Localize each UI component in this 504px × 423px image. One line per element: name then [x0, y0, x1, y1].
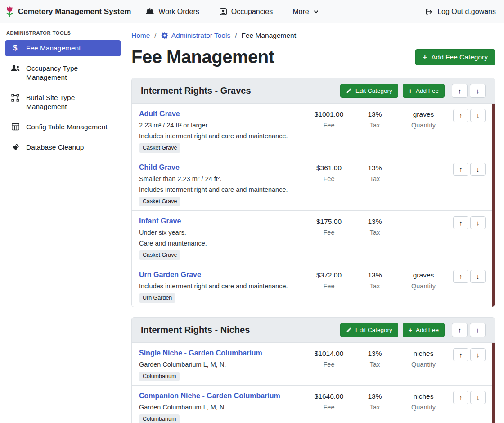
- move-category-up-button[interactable]: ↑: [452, 323, 468, 337]
- pencil-icon: [346, 88, 352, 94]
- edit-category-label: Edit Category: [356, 87, 392, 94]
- scrollbar-thumb[interactable]: [492, 343, 495, 423]
- move-category-down-button[interactable]: ↓: [470, 84, 486, 98]
- fee-category-card: Interment Rights - Graves Edit Category …: [131, 78, 495, 307]
- move-fee-down-button[interactable]: ↓: [470, 109, 486, 122]
- fee-amount-value: $175.00: [306, 217, 351, 227]
- fee-reorder-group: ↑ ↓: [449, 391, 490, 404]
- move-fee-up-button[interactable]: ↑: [453, 109, 468, 122]
- sidebar-item-label: Burial Site Type Management: [26, 93, 116, 111]
- fee-name-link[interactable]: Infant Grave: [139, 216, 181, 226]
- sidebar-heading: ADMINISTRATOR TOOLS: [5, 29, 121, 40]
- arrow-down-icon: ↓: [476, 219, 480, 227]
- arrow-down-icon: ↓: [476, 273, 480, 280]
- move-fee-up-button[interactable]: ↑: [453, 163, 468, 176]
- nav-occupancies[interactable]: Occupancies: [219, 8, 273, 16]
- fee-main: Infant Grave Under six years.Care and ma…: [139, 216, 306, 260]
- move-fee-down-button[interactable]: ↓: [470, 163, 486, 176]
- tax-label: Tax: [351, 403, 398, 412]
- move-category-up-button[interactable]: ↑: [452, 84, 468, 98]
- fee-row: Adult Grave 2.23 m² / 24 ft² or larger.I…: [132, 104, 495, 157]
- breadcrumb-home-link[interactable]: Home: [131, 32, 150, 40]
- fee-name-link[interactable]: Adult Grave: [139, 109, 180, 119]
- sidebar-item-fee-management[interactable]: $ Fee Management: [5, 40, 121, 56]
- fee-amount-label: Fee: [306, 282, 351, 291]
- fee-description: Garden Columbarium L, M, N.: [139, 403, 306, 412]
- fee-row: Child Grave Smaller than 2.23 m² / 24 ft…: [132, 157, 495, 211]
- nav-more-label: More: [292, 8, 309, 16]
- chevron-down-icon: [313, 9, 319, 14]
- tax-value: 13%: [351, 163, 398, 173]
- tax-value: 13%: [351, 270, 398, 280]
- quantity-cell: niches Quantity: [398, 391, 449, 412]
- logout-button[interactable]: Log Out d.gowans: [424, 8, 496, 16]
- fee-description: Includes interment right and care and ma…: [139, 282, 306, 291]
- fee-name-link[interactable]: Child Grave: [139, 163, 180, 173]
- move-category-down-button[interactable]: ↓: [470, 323, 486, 337]
- tax-label: Tax: [351, 228, 398, 237]
- sidebar-item-config-table-management[interactable]: Config Table Management: [5, 119, 121, 135]
- nav-work-orders[interactable]: Work Orders: [145, 8, 199, 16]
- fee-amount-label: Fee: [306, 174, 351, 183]
- move-fee-up-button[interactable]: ↑: [453, 270, 468, 283]
- arrow-up-icon: ↑: [459, 165, 463, 173]
- app-brand[interactable]: Cemetery Management System: [5, 6, 131, 18]
- move-fee-up-button[interactable]: ↑: [453, 348, 468, 361]
- sidebar-item-burial-site-type-management[interactable]: Burial Site Type Management: [5, 90, 121, 115]
- edit-category-button[interactable]: Edit Category: [340, 323, 398, 337]
- fee-amount-cell: $372.00 Fee: [306, 270, 351, 291]
- edit-category-button[interactable]: Edit Category: [340, 84, 398, 98]
- quantity-value: niches: [398, 349, 449, 359]
- title-row: Fee Management + Add Fee Category: [131, 47, 495, 67]
- arrow-up-icon: ↑: [458, 87, 462, 95]
- fee-type-badge: Columbarium: [139, 414, 180, 423]
- sidebar-item-label: Database Cleanup: [26, 143, 84, 152]
- fee-name-link[interactable]: Single Niche - Garden Columbarium: [139, 348, 262, 358]
- fee-name-link[interactable]: Companion Niche - Garden Columbarium: [139, 391, 280, 401]
- move-fee-up-button[interactable]: ↑: [453, 216, 468, 229]
- sidebar-item-label: Config Table Management: [26, 123, 108, 132]
- arrow-up-icon: ↑: [459, 394, 463, 401]
- logout-label: Log Out d.gowans: [437, 8, 496, 16]
- fee-type-badge: Casket Grave: [139, 250, 180, 260]
- category-title: Interment Rights - Graves: [141, 86, 340, 96]
- fee-descriptions: Smaller than 2.23 m² / 24 ft².Includes i…: [139, 174, 306, 194]
- arrow-up-icon: ↑: [459, 219, 463, 227]
- move-fee-down-button[interactable]: ↓: [470, 348, 486, 361]
- fee-main: Child Grave Smaller than 2.23 m² / 24 ft…: [139, 163, 306, 206]
- fee-name-link[interactable]: Urn Garden Grave: [139, 270, 201, 280]
- fee-row: Single Niche - Garden Columbarium Garden…: [132, 343, 495, 386]
- breadcrumb-separator: /: [154, 32, 156, 40]
- breadcrumb-admin-tools-link[interactable]: Administrator Tools: [161, 32, 231, 40]
- add-fee-button[interactable]: + Add Fee: [403, 84, 445, 98]
- nav-more[interactable]: More: [292, 8, 319, 16]
- sidebar-item-database-cleanup[interactable]: Database Cleanup: [5, 139, 121, 155]
- fee-amount-value: $1646.00: [306, 391, 351, 401]
- fee-reorder-group: ↑ ↓: [449, 270, 490, 283]
- add-fee-button[interactable]: + Add Fee: [403, 323, 445, 337]
- arrow-down-icon: ↓: [476, 112, 480, 119]
- scrollbar-thumb[interactable]: [492, 104, 495, 307]
- add-fee-category-label: Add Fee Category: [431, 53, 488, 61]
- tax-value: 13%: [351, 109, 398, 119]
- fee-main: Companion Niche - Garden Columbarium Gar…: [139, 391, 306, 423]
- move-fee-up-button[interactable]: ↑: [453, 391, 468, 404]
- tax-cell: 13% Tax: [351, 391, 398, 412]
- sidebar-item-occupancy-type-management[interactable]: Occupancy Type Management: [5, 60, 121, 86]
- quantity-label: Quantity: [398, 403, 449, 412]
- fee-description: Under six years.: [139, 228, 306, 237]
- plus-icon: +: [409, 88, 412, 94]
- fee-description: 2.23 m² / 24 ft² or larger.: [139, 121, 306, 130]
- tax-cell: 13% Tax: [351, 163, 398, 183]
- move-fee-down-button[interactable]: ↓: [470, 270, 486, 283]
- quantity-cell: niches Quantity: [398, 348, 449, 369]
- move-fee-down-button[interactable]: ↓: [470, 216, 486, 229]
- arrow-up-icon: ↑: [459, 112, 463, 119]
- tax-cell: 13% Tax: [351, 109, 398, 130]
- category-header: Interment Rights - Niches Edit Category …: [132, 318, 495, 343]
- logout-icon: [424, 8, 433, 16]
- move-fee-down-button[interactable]: ↓: [470, 391, 486, 404]
- arrow-down-icon: ↓: [476, 394, 480, 401]
- add-fee-category-button[interactable]: + Add Fee Category: [415, 49, 495, 65]
- quantity-value: niches: [398, 391, 449, 401]
